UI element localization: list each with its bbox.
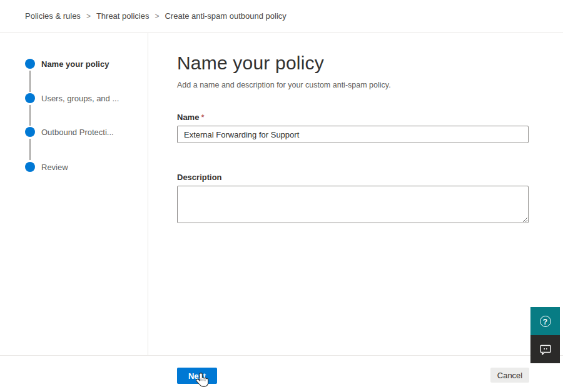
step-completed-dot-icon bbox=[25, 59, 35, 69]
wizard-step-name-your-policy[interactable]: Name your policy bbox=[25, 58, 109, 69]
sidebar-divider bbox=[148, 33, 148, 355]
step-label: Name your policy bbox=[41, 59, 109, 69]
step-label: Users, groups, and ... bbox=[41, 94, 119, 103]
wizard-step-users-groups[interactable]: Users, groups, and ... bbox=[25, 93, 119, 104]
page-title: Name your policy bbox=[177, 53, 324, 74]
step-label: Review bbox=[41, 163, 68, 172]
step-connector-line bbox=[29, 105, 31, 126]
name-label-text: Name bbox=[177, 113, 199, 122]
cancel-button[interactable]: Cancel bbox=[490, 368, 529, 383]
description-field-label: Description bbox=[177, 173, 222, 182]
speech-bubble-icon bbox=[539, 343, 552, 356]
chevron-right-icon: > bbox=[86, 12, 91, 21]
header-divider bbox=[0, 33, 563, 33]
step-connector-line bbox=[29, 139, 31, 160]
breadcrumb-current-page: Create anti-spam outbound policy bbox=[165, 11, 286, 21]
next-button[interactable]: Next bbox=[177, 368, 217, 384]
chevron-right-icon: > bbox=[155, 12, 159, 21]
breadcrumb: Policies & rules > Threat policies > Cre… bbox=[25, 11, 287, 21]
step-connector-line bbox=[29, 71, 31, 92]
create-anti-spam-outbound-policy-wizard: Policies & rules > Threat policies > Cre… bbox=[0, 0, 563, 392]
breadcrumb-policies-and-rules[interactable]: Policies & rules bbox=[25, 11, 81, 21]
help-button[interactable]: ? bbox=[530, 307, 560, 335]
page-subtitle: Add a name and description for your cust… bbox=[177, 81, 391, 89]
step-completed-dot-icon bbox=[25, 93, 35, 103]
policy-description-textarea[interactable] bbox=[177, 186, 529, 223]
feedback-button[interactable] bbox=[530, 335, 560, 363]
name-field-label: Name* bbox=[177, 113, 204, 122]
wizard-step-review[interactable]: Review bbox=[25, 161, 68, 173]
step-completed-dot-icon bbox=[25, 127, 35, 137]
footer-divider bbox=[0, 355, 563, 356]
step-label: Outbound Protecti... bbox=[41, 128, 114, 137]
question-mark-circle-icon: ? bbox=[540, 316, 551, 327]
policy-name-input[interactable] bbox=[177, 126, 529, 143]
breadcrumb-threat-policies[interactable]: Threat policies bbox=[96, 11, 150, 21]
step-completed-dot-icon bbox=[25, 162, 35, 172]
required-asterisk: * bbox=[201, 113, 204, 122]
wizard-step-outbound-protection[interactable]: Outbound Protecti... bbox=[25, 126, 114, 138]
